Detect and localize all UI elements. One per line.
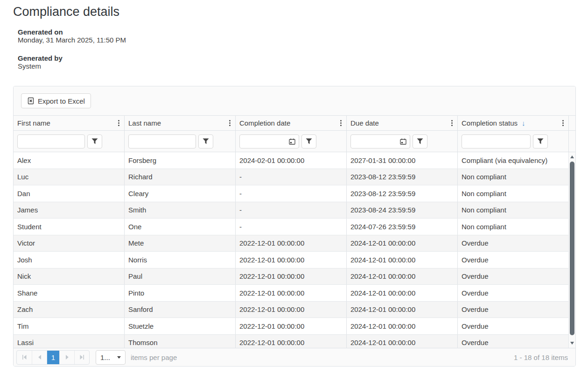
previous-page-icon [38, 355, 42, 360]
filter-funnel-button[interactable] [301, 134, 316, 148]
last-page-button[interactable] [74, 351, 89, 364]
table-cell: Richard [125, 169, 236, 185]
table-row[interactable]: LassiThomson2022-12-01 00:00:002024-12-0… [14, 335, 575, 348]
grid-pager: 1 1... items per page 1 - 18 of 18 items [14, 348, 575, 366]
table-cell: - [236, 219, 347, 235]
table-cell: Thomson [125, 335, 236, 348]
table-row[interactable]: JamesSmith-2023-08-24 23:59:59Non compli… [14, 202, 575, 219]
table-cell: 2024-12-01 00:00:00 [347, 268, 458, 285]
table-row[interactable]: LucRichard-2023-08-12 23:59:59Non compli… [14, 169, 575, 186]
header-scrollbar-spacer [569, 116, 575, 130]
table-cell: 2024-12-01 00:00:00 [347, 302, 458, 318]
next-page-icon [65, 355, 69, 360]
scroll-down-icon[interactable] [569, 339, 575, 347]
table-cell: Non compliant [458, 219, 569, 235]
column-header-due-date[interactable]: Due date [347, 116, 458, 130]
table-cell: 2024-12-01 00:00:00 [347, 335, 458, 348]
completion-status-filter-input[interactable] [462, 134, 531, 148]
pager-nav-group: 1 [16, 350, 90, 365]
calendar-picker-button[interactable] [286, 135, 299, 148]
first-page-icon [22, 355, 27, 360]
due-date-filter-input[interactable] [351, 135, 397, 148]
scrollbar-thumb[interactable] [570, 162, 574, 335]
column-header-last-name[interactable]: Last name [125, 116, 236, 130]
calendar-picker-button[interactable] [397, 135, 410, 148]
table-filter-row [14, 131, 575, 152]
table-row[interactable]: DanCleary-2023-08-12 23:59:59Non complia… [14, 185, 575, 202]
table-cell: Non compliant [458, 185, 569, 202]
table-cell: Tim [14, 318, 125, 334]
table-cell: - [236, 169, 347, 185]
table-cell: - [236, 185, 347, 202]
filter-funnel-button[interactable] [413, 134, 427, 148]
table-row[interactable]: AlexForsberg2024-02-01 00:00:002027-01-3… [14, 152, 575, 169]
filter-funnel-button[interactable] [533, 134, 548, 148]
column-header-first-name[interactable]: First name [14, 116, 125, 130]
table-header-row: First name Last name Completion date Due… [14, 116, 575, 131]
table-row[interactable]: ZachSanford2022-12-01 00:00:002024-12-01… [14, 302, 575, 318]
grid-toolbar: Export to Excel [14, 86, 575, 116]
column-label: Completion status [462, 119, 518, 127]
next-page-button[interactable] [59, 351, 74, 364]
filter-funnel-button[interactable] [198, 134, 213, 148]
last-page-icon [79, 355, 84, 360]
table-cell: Paul [125, 268, 236, 285]
table-cell: Victor [14, 235, 125, 252]
table-cell: Dan [14, 185, 125, 202]
table-cell: Norris [125, 252, 236, 268]
report-meta: Generated on Monday, 31 March 2025, 11:5… [18, 28, 588, 70]
funnel-icon [537, 138, 544, 144]
generated-by-value: System [18, 62, 588, 70]
first-name-filter-input[interactable] [17, 134, 85, 148]
column-header-completion-status[interactable]: Completion status ↓ [458, 116, 569, 130]
table-row[interactable]: VictorMete2022-12-01 00:00:002024-12-01 … [14, 235, 575, 252]
pager-info: 1 - 18 of 18 items [514, 353, 568, 361]
table-cell: Zach [14, 302, 125, 318]
export-to-excel-button[interactable]: Export to Excel [21, 93, 91, 108]
completion-date-filter-input[interactable] [240, 135, 286, 148]
table-cell: Overdue [458, 268, 569, 285]
table-cell: Overdue [458, 318, 569, 334]
table-cell: 2022-12-01 00:00:00 [236, 235, 347, 252]
table-cell: Cleary [125, 185, 236, 202]
vertical-scrollbar[interactable] [568, 152, 575, 348]
page-title: Compliance details [13, 5, 588, 19]
funnel-icon [203, 138, 209, 144]
table-cell: 2027-01-31 00:00:00 [347, 152, 458, 169]
table-row[interactable]: NickPaul2022-12-01 00:00:002024-12-01 00… [14, 268, 575, 285]
table-cell: Luc [14, 169, 125, 185]
column-menu-icon[interactable] [448, 118, 456, 128]
previous-page-button[interactable] [32, 351, 47, 364]
generated-by-label: Generated by [18, 54, 588, 62]
table-cell: Overdue [458, 235, 569, 252]
table-cell: Compliant (via equivalency) [458, 152, 569, 169]
table-cell: 2024-02-01 00:00:00 [236, 152, 347, 169]
table-cell: Overdue [458, 252, 569, 268]
page-number-button[interactable]: 1 [47, 351, 59, 364]
table-row[interactable]: JoshNorris2022-12-01 00:00:002024-12-01 … [14, 252, 575, 268]
last-name-filter-input[interactable] [128, 134, 196, 148]
table-cell: Mete [125, 235, 236, 252]
filter-cell-completion-date [236, 131, 347, 152]
column-menu-icon[interactable] [337, 118, 345, 128]
column-menu-icon[interactable] [559, 118, 567, 128]
column-menu-icon[interactable] [226, 118, 234, 128]
column-header-completion-date[interactable]: Completion date [236, 116, 347, 130]
filter-funnel-button[interactable] [87, 134, 102, 148]
generated-on-value: Monday, 31 March 2025, 11:50 PM [18, 36, 588, 44]
table-cell: 2024-12-01 00:00:00 [347, 285, 458, 301]
first-page-button[interactable] [17, 351, 32, 364]
table-cell: Josh [14, 252, 125, 268]
filter-scrollbar-spacer [569, 131, 575, 152]
page-size-dropdown[interactable]: 1... [96, 350, 126, 365]
table-cell: - [236, 202, 347, 219]
column-menu-icon[interactable] [115, 118, 123, 128]
items-per-page-label: items per page [131, 353, 177, 361]
table-row[interactable]: TimStuetzle2022-12-01 00:00:002024-12-01… [14, 318, 575, 335]
table-row[interactable]: ShanePinto2022-12-01 00:00:002024-12-01 … [14, 285, 575, 302]
table-cell: Stuetzle [125, 318, 236, 334]
table-cell: 2022-12-01 00:00:00 [236, 268, 347, 285]
table-row[interactable]: StudentOne-2024-07-26 23:59:59Non compli… [14, 219, 575, 235]
funnel-icon [91, 138, 98, 144]
scroll-up-icon[interactable] [569, 153, 575, 161]
